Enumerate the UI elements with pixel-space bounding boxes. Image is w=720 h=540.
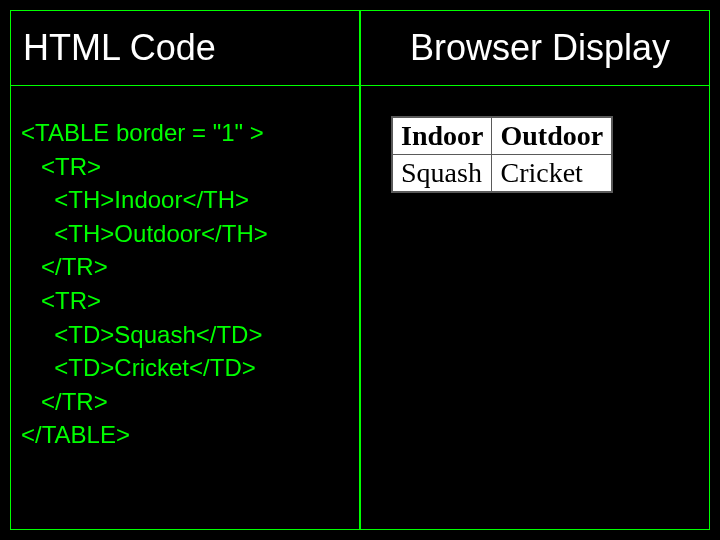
left-column: HTML Code <TABLE border = "1" > <TR> <TH…: [10, 10, 360, 530]
right-header: Browser Display: [361, 11, 709, 86]
html-code-block: <TABLE border = "1" > <TR> <TH>Indoor</T…: [21, 116, 349, 452]
left-title: HTML Code: [23, 27, 347, 69]
table-header-row: Indoor Outdoor: [392, 117, 612, 155]
table-header-cell: Indoor: [392, 117, 492, 155]
rendered-table: Indoor Outdoor Squash Cricket: [391, 116, 613, 193]
left-header: HTML Code: [11, 11, 359, 86]
table-header-cell: Outdoor: [492, 117, 612, 155]
right-column: Browser Display Indoor Outdoor Squash Cr…: [360, 10, 710, 530]
slide-container: HTML Code <TABLE border = "1" > <TR> <TH…: [0, 0, 720, 540]
table-cell: Cricket: [492, 155, 612, 193]
table-row: Squash Cricket: [392, 155, 612, 193]
right-body: Indoor Outdoor Squash Cricket: [361, 86, 709, 529]
left-body: <TABLE border = "1" > <TR> <TH>Indoor</T…: [11, 86, 359, 529]
table-cell: Squash: [392, 155, 492, 193]
right-title: Browser Display: [373, 27, 697, 69]
